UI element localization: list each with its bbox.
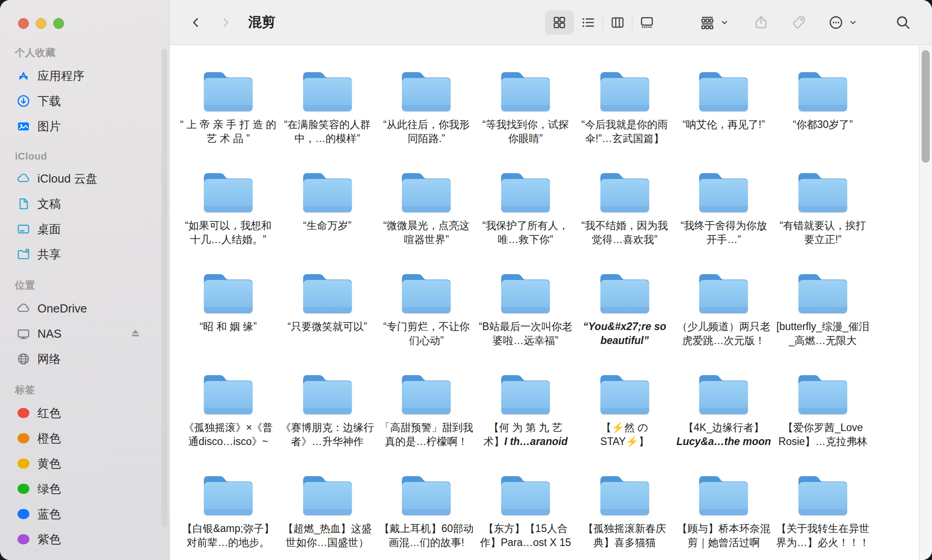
scrollbar-thumb[interactable] xyxy=(922,50,930,163)
sidebar-item-label: 绿色 xyxy=(37,481,61,497)
folder-item[interactable]: 【4K_边缘行者】Lucy&a…the moon xyxy=(674,368,773,469)
folder-item[interactable]: “生命万岁” xyxy=(278,166,377,267)
sidebar-item-label: iCloud 云盘 xyxy=(37,171,97,187)
folder-item[interactable]: 【戴上耳机】60部动画混…们的故事! xyxy=(377,469,476,560)
folder-name: “今后我就是你的雨伞!”…玄武国篇】 xyxy=(577,118,673,146)
sidebar-item-icon xyxy=(16,222,31,236)
folder-item[interactable]: （少儿频道）两只老虎爱跳…次元版！ xyxy=(674,267,773,368)
folder-name: 《赛博朋克：边缘行者》…升华神作 xyxy=(279,421,376,449)
zoom-window-button[interactable] xyxy=(53,18,64,29)
folder-icon xyxy=(300,65,355,112)
close-window-button[interactable] xyxy=(18,18,29,29)
view-columns-button[interactable] xyxy=(603,10,632,35)
sidebar-item[interactable]: 应用程序 xyxy=(0,63,169,88)
tag-icon xyxy=(791,14,807,31)
tags-button[interactable] xyxy=(791,14,807,31)
folder-item[interactable]: “等我找到你，试探你眼睛” xyxy=(476,65,575,166)
group-by-button[interactable] xyxy=(699,14,729,31)
folder-item[interactable]: “呐艾伦，再见了!” xyxy=(674,65,773,166)
view-list-button[interactable] xyxy=(574,10,603,35)
forward-button[interactable] xyxy=(217,12,235,33)
view-icons-button[interactable] xyxy=(545,10,574,35)
folder-item[interactable]: “昭 和 姻 缘” xyxy=(179,267,278,368)
sidebar-item-icon xyxy=(16,431,31,445)
folder-item[interactable]: 【白银&amp;弥子】对前辈…的地步。 xyxy=(179,469,278,560)
folder-item[interactable]: 【孤独摇滚新春庆典】喜多猫猫 xyxy=(575,469,674,560)
folder-name: “我不结婚，因为我觉得…喜欢我” xyxy=(577,219,673,247)
folder-item[interactable]: “我终于舍得为你放开手…” xyxy=(674,166,773,267)
sidebar-item[interactable]: 绿色 xyxy=(0,476,169,501)
sidebar-section-header: 个人收藏 xyxy=(0,43,169,63)
folder-icon xyxy=(795,166,851,213)
sidebar-item[interactable]: iCloud 云盘 xyxy=(0,166,169,191)
folder-name: “我终于舍得为你放开手…” xyxy=(675,219,772,247)
back-button[interactable] xyxy=(187,12,205,33)
sidebar-item-label: 文稿 xyxy=(37,196,61,212)
share-button[interactable] xyxy=(753,14,769,31)
sidebar-item[interactable]: 下载 xyxy=(0,88,169,114)
sidebar-item[interactable]: 紫色 xyxy=(0,527,169,552)
share-icon xyxy=(753,14,769,31)
folder-item[interactable]: “You&#x27;re so beautiful” xyxy=(575,267,674,368)
main-area: 混剪 xyxy=(170,0,932,560)
sidebar-item[interactable]: OneDrive xyxy=(0,296,169,321)
folder-icon xyxy=(696,65,752,112)
sidebar-item[interactable]: 蓝色 xyxy=(0,501,169,527)
folder-icon xyxy=(200,368,256,415)
folder-item[interactable]: “今后我就是你的雨伞!”…玄武国篇】 xyxy=(575,65,674,166)
folder-name: 【4K_边缘行者】Lucy&a…the moon xyxy=(675,421,772,449)
folder-item[interactable]: “微微晨光，点亮这喧器世界” xyxy=(377,166,476,267)
folder-item[interactable]: “有错就要认，挨打要立正!” xyxy=(773,166,872,267)
sidebar-item[interactable]: 图片 xyxy=(0,114,169,139)
folder-item[interactable]: 【⚡然 の STAY⚡】 xyxy=(575,368,674,469)
sidebar-item-icon xyxy=(16,197,31,211)
folder-item[interactable]: “我不结婚，因为我觉得…喜欢我” xyxy=(575,166,674,267)
sidebar-item[interactable]: 黄色 xyxy=(0,451,169,476)
sidebar-item[interactable]: 红色 xyxy=(0,400,169,426)
folder-item[interactable]: 【爱你罗茜_Love Rosie】…克拉弗林 xyxy=(773,368,872,469)
sidebar-item-label: 应用程序 xyxy=(37,68,84,84)
scrollbar-track[interactable] xyxy=(919,46,932,560)
folder-item[interactable]: “你都30岁了” xyxy=(773,65,872,166)
folder-name: 【东方】【15人合作】Para…ost X 15 xyxy=(477,522,574,550)
folder-item[interactable]: “ 上 帝 亲 手 打 造 的 艺 术 品 ” xyxy=(179,65,278,166)
folder-item[interactable]: “B站最后一次叫你老婆啦…远幸福” xyxy=(476,267,575,368)
sidebar-item[interactable]: 文稿 xyxy=(0,191,169,216)
sidebar-scrollbar-thumb[interactable] xyxy=(161,49,167,528)
folder-icon xyxy=(597,368,653,415)
folder-item[interactable]: “我保护了所有人，唯…救下你” xyxy=(476,166,575,267)
folder-icon xyxy=(300,469,355,516)
folder-item[interactable]: “只要微笑就可以” xyxy=(278,267,377,368)
sidebar-item[interactable]: 桌面 xyxy=(0,216,169,242)
sidebar-item-icon xyxy=(16,482,31,496)
folder-item[interactable]: “如果可以，我想和十几…人结婚。” xyxy=(179,166,278,267)
minimize-window-button[interactable] xyxy=(36,18,46,29)
folder-item[interactable]: 《赛博朋克：边缘行者》…升华神作 xyxy=(278,368,377,469)
sidebar-item-icon xyxy=(16,171,31,186)
sidebar-item[interactable]: 网络 xyxy=(0,346,169,372)
folder-item[interactable]: 《孤独摇滚》×《普通disco…isco》~ xyxy=(179,368,278,469)
folder-item[interactable]: [butterfly_综漫_催泪_高燃…无限大 xyxy=(773,267,872,368)
folder-item[interactable]: “在满脸笑容的人群中，…的模样” xyxy=(278,65,377,166)
sidebar-item[interactable]: 共享 xyxy=(0,242,169,267)
search-button[interactable] xyxy=(895,14,911,31)
folder-item[interactable]: “从此往后，你我形同陌路.” xyxy=(377,65,476,166)
folder-icon xyxy=(300,267,355,314)
folder-name: “如果可以，我想和十几…人结婚。” xyxy=(180,219,277,247)
sidebar-item[interactable]: NAS xyxy=(0,321,169,346)
sidebar-item[interactable]: 橙色 xyxy=(0,426,169,451)
view-gallery-button[interactable] xyxy=(632,10,661,35)
folder-item[interactable]: 【顾与】桥本环奈混剪｜她曾活过啊 xyxy=(674,469,773,560)
sidebar-item-label: 橙色 xyxy=(37,431,61,446)
sidebar-section: 个人收藏 应用程序 下载 图片 xyxy=(0,43,169,139)
folder-item[interactable]: 【何 为 第 九 艺 术】I th…aranoid xyxy=(476,368,575,469)
folder-item[interactable]: 【东方】【15人合作】Para…ost X 15 xyxy=(476,469,575,560)
folder-item[interactable]: 【关于我转生在异世界为…】必火！！！ xyxy=(773,469,872,560)
eject-icon[interactable] xyxy=(129,327,142,340)
more-actions-button[interactable] xyxy=(828,14,858,31)
sidebar-item-label: 红色 xyxy=(37,405,61,421)
folder-item[interactable]: “专门剪烂，不让你们心动” xyxy=(377,267,476,368)
sidebar-item-icon xyxy=(16,69,31,83)
folder-item[interactable]: 「高甜预警」甜到我真的是…柠檬啊！ xyxy=(377,368,476,469)
folder-item[interactable]: 【超燃_热血】这盛世如你…国盛世） xyxy=(278,469,377,560)
